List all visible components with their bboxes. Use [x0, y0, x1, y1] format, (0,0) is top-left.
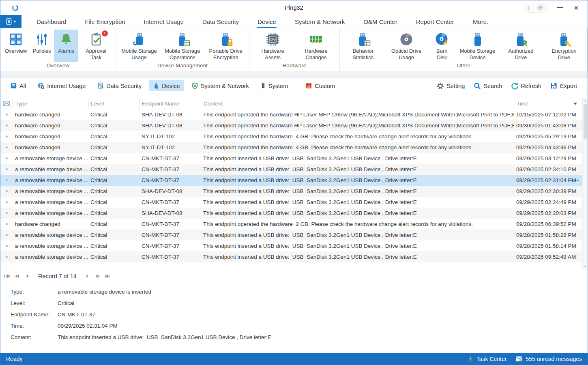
encryption-drive-button[interactable]: Encryption Drive [543, 30, 586, 62]
document-icon [6, 18, 12, 25]
column-header-time[interactable]: Time [514, 98, 588, 109]
menu-report-center[interactable]: Report Center [407, 15, 464, 28]
table-row[interactable]: a removable storage device ...CriticalCN… [0, 251, 588, 262]
filter-all[interactable]: All [6, 80, 30, 91]
menu-internet-usage[interactable]: Internet Usage [135, 15, 193, 28]
burn-disk-icon [433, 31, 451, 48]
alarm-table: Type Level Endpoint Name Content Time ha… [0, 98, 588, 262]
hardware-changes-button[interactable]: Hardware Changes [294, 30, 338, 62]
data-security-icon [97, 82, 104, 89]
column-header-endpoint-name[interactable]: Endpoint Name [139, 98, 201, 109]
table-filler [0, 262, 588, 270]
filter-internet-usage[interactable]: Internet Usage [33, 80, 90, 92]
refresh-button[interactable]: Refresh [507, 80, 545, 92]
menu-file-encryption[interactable]: File Encryption [75, 15, 134, 28]
table-row[interactable]: hardware changedCriticalCN-MKT-DT-37This… [0, 219, 588, 230]
app-menu-button[interactable] [0, 15, 21, 28]
filter-device[interactable]: Device [149, 80, 184, 91]
table-row[interactable]: a removable storage device ...CriticalCN… [0, 240, 588, 251]
alarms-button[interactable]: Alarms [54, 30, 78, 62]
filter-custom[interactable]: 23 Custom [301, 80, 339, 91]
approval-task-button[interactable]: 1 Approval Task [78, 30, 114, 62]
search-icon [474, 82, 481, 90]
menu-dashboard[interactable]: Dashboard [27, 15, 75, 28]
unread-dot-icon [6, 245, 8, 247]
mobile-storage-device-button[interactable]: Mobile Storage Device [456, 30, 499, 62]
detail-label-endpoint-name: Endpoint Name: [11, 311, 58, 318]
minimize-button[interactable] [557, 7, 563, 8]
scroll-down-icon[interactable]: ▼ [584, 264, 587, 270]
detail-value-level: Critical [58, 300, 74, 306]
unread-dot-icon [6, 190, 8, 192]
ribbon: Overview Policies Alarms 1 Approval T [0, 28, 588, 71]
status-ready: Ready [6, 356, 22, 362]
table-row[interactable]: a removable storage device ...CriticalCN… [0, 153, 588, 164]
menu-data-security[interactable]: Data Security [193, 15, 248, 28]
close-button[interactable]: ✕ [573, 5, 579, 11]
task-center-button[interactable]: Task Center [467, 356, 507, 362]
last-page-button[interactable] [105, 273, 111, 279]
filter-system[interactable]: System [256, 80, 292, 91]
table-row[interactable]: hardware changedCriticalSHA-DEV-DT-08Thi… [0, 120, 588, 131]
unread-dot-icon [6, 212, 8, 214]
next-button[interactable] [84, 273, 91, 279]
table-row[interactable]: a removable storage device ...CriticalCN… [0, 164, 588, 175]
search-button[interactable]: Search [470, 80, 506, 92]
table-row[interactable]: a removable storage device ...CriticalSH… [0, 208, 588, 219]
filter-data-security[interactable]: Data Security [93, 80, 146, 91]
setting-gear-icon [437, 82, 444, 90]
overview-grid-icon [6, 31, 25, 48]
table-row[interactable]: hardware changedCriticalSHA-DEV-DT-08Thi… [0, 109, 588, 120]
table-row[interactable]: a removable storage device ...CriticalCN… [0, 197, 588, 208]
authorized-drive-button[interactable]: Authorized Drive [499, 30, 543, 62]
unread-messages-button[interactable]: 555 unread messages [515, 356, 582, 362]
menu-system-network[interactable]: System & Network [285, 15, 354, 28]
optical-drive-usage-button[interactable]: Optical Drive Usage [385, 30, 428, 62]
svg-text:CPU: CPU [270, 38, 276, 41]
policies-button[interactable]: Policies [30, 30, 54, 62]
moon-icon[interactable]: ☾ [527, 5, 532, 11]
menu-bar: Dashboard File Encryption Internet Usage… [0, 15, 588, 28]
detail-label-time: Time: [11, 323, 58, 329]
export-button[interactable]: Export [546, 80, 581, 92]
column-header-type[interactable]: Type [13, 98, 88, 109]
hardware-assets-icon: CPU [264, 31, 282, 48]
messages-icon [515, 356, 523, 362]
theme-toggle[interactable]: ☾ ☀ [524, 3, 547, 13]
fast-prev-button[interactable] [14, 273, 20, 279]
table-row[interactable]: hardware changedCriticalNY-IT-DT-102This… [0, 142, 588, 153]
filter-system-network[interactable]: System & Network [187, 80, 253, 91]
hardware-assets-button[interactable]: CPU Hardware Assets [251, 30, 294, 62]
vertical-scrollbar[interactable]: ▲ ▼ [582, 98, 588, 270]
setting-button[interactable]: Setting [433, 80, 469, 92]
portable-drive-encryption-button[interactable]: Portable Drive Encryption [204, 30, 247, 62]
table-row[interactable]: a removable storage device ...CriticalCN… [0, 230, 588, 240]
burn-disk-button[interactable]: Burn Disk [428, 30, 456, 62]
menu-om-center[interactable]: O&M Center [354, 15, 406, 28]
detail-label-level: Level: [11, 300, 58, 306]
mobile-storage-usage-button[interactable]: Mobile Storage Usage [118, 30, 161, 62]
table-row[interactable]: a removable storage device ...CriticalSH… [0, 186, 588, 197]
fast-next-button[interactable] [94, 273, 101, 279]
overview-button[interactable]: Overview [2, 30, 30, 62]
caret-down-icon [13, 21, 16, 23]
sun-icon[interactable]: ☀ [536, 4, 544, 11]
time-filter-arrow-icon[interactable] [573, 103, 577, 105]
column-header-content[interactable]: Content [201, 98, 514, 109]
table-row[interactable]: hardware changedCriticalNY-IT-DT-102This… [0, 131, 588, 142]
menu-more[interactable]: More. [464, 15, 498, 28]
behavior-statistics-button[interactable]: Behavior Statistics [341, 30, 385, 62]
mobile-storage-operations-button[interactable]: Mobile Storage Operations [161, 30, 204, 62]
first-page-button[interactable] [4, 273, 10, 279]
detail-panel: Type:a removable storage device is inser… [0, 282, 588, 354]
scroll-up-icon[interactable]: ▲ [584, 98, 587, 103]
menu-device[interactable]: Device [248, 15, 285, 28]
row-actions-menu[interactable]: ••• [571, 177, 579, 184]
mail-column-header[interactable] [0, 98, 13, 109]
column-header-level[interactable]: Level [88, 98, 139, 109]
unread-dot-icon [6, 125, 8, 127]
scrollbar-thumb[interactable] [584, 104, 587, 139]
table-row-selected[interactable]: a removable storage device ...CriticalCN… [0, 175, 588, 186]
prev-button[interactable] [24, 273, 30, 279]
group-label-other: Other [341, 62, 586, 71]
